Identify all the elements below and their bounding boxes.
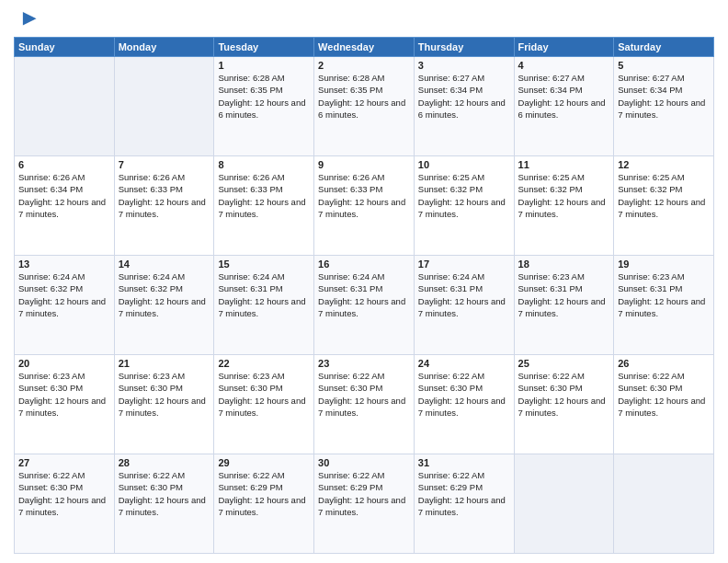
- logo-icon: [17, 9, 38, 29]
- day-number: 24: [418, 358, 510, 369]
- day-info: Sunrise: 6:22 AMSunset: 6:30 PMDaylight:…: [18, 469, 110, 518]
- day-number: 17: [418, 259, 510, 270]
- day-info: Sunrise: 6:22 AMSunset: 6:30 PMDaylight:…: [318, 370, 410, 419]
- day-info: Sunrise: 6:26 AMSunset: 6:34 PMDaylight:…: [18, 171, 110, 220]
- day-number: 6: [18, 159, 110, 170]
- calendar-day-cell: 17Sunrise: 6:24 AMSunset: 6:31 PMDayligh…: [414, 256, 514, 355]
- day-info: Sunrise: 6:23 AMSunset: 6:31 PMDaylight:…: [518, 270, 610, 319]
- weekday-header: Sunday: [15, 38, 115, 57]
- day-number: 18: [518, 259, 610, 270]
- calendar-day-cell: [114, 57, 214, 156]
- day-number: 25: [518, 358, 610, 369]
- day-info: Sunrise: 6:25 AMSunset: 6:32 PMDaylight:…: [518, 171, 610, 220]
- day-info: Sunrise: 6:24 AMSunset: 6:32 PMDaylight:…: [18, 270, 110, 319]
- day-number: 11: [518, 159, 610, 170]
- day-number: 9: [318, 159, 410, 170]
- day-info: Sunrise: 6:27 AMSunset: 6:34 PMDaylight:…: [418, 72, 510, 121]
- day-number: 7: [119, 159, 210, 170]
- day-number: 10: [418, 159, 510, 170]
- calendar-day-cell: 29Sunrise: 6:22 AMSunset: 6:29 PMDayligh…: [214, 454, 314, 554]
- day-info: Sunrise: 6:24 AMSunset: 6:32 PMDaylight:…: [119, 270, 210, 319]
- day-info: Sunrise: 6:23 AMSunset: 6:30 PMDaylight:…: [119, 370, 210, 419]
- day-number: 4: [518, 60, 610, 71]
- calendar-day-cell: 2Sunrise: 6:28 AMSunset: 6:35 PMDaylight…: [314, 57, 415, 156]
- weekday-header: Monday: [114, 38, 214, 57]
- day-number: 26: [618, 358, 710, 369]
- calendar-day-cell: 15Sunrise: 6:24 AMSunset: 6:31 PMDayligh…: [214, 256, 314, 355]
- calendar-day-cell: 19Sunrise: 6:23 AMSunset: 6:31 PMDayligh…: [614, 256, 714, 355]
- calendar-day-cell: 7Sunrise: 6:26 AMSunset: 6:33 PMDaylight…: [114, 156, 214, 256]
- calendar-day-cell: 30Sunrise: 6:22 AMSunset: 6:29 PMDayligh…: [314, 454, 415, 554]
- weekday-row: SundayMondayTuesdayWednesdayThursdayFrid…: [15, 38, 714, 57]
- day-number: 27: [18, 457, 110, 468]
- weekday-header: Saturday: [614, 38, 714, 57]
- day-number: 3: [418, 60, 510, 71]
- day-info: Sunrise: 6:23 AMSunset: 6:30 PMDaylight:…: [18, 370, 110, 419]
- weekday-header: Wednesday: [314, 38, 415, 57]
- calendar-day-cell: 26Sunrise: 6:22 AMSunset: 6:30 PMDayligh…: [614, 355, 714, 454]
- day-info: Sunrise: 6:28 AMSunset: 6:35 PMDaylight:…: [218, 72, 310, 121]
- calendar-day-cell: 22Sunrise: 6:23 AMSunset: 6:30 PMDayligh…: [214, 355, 314, 454]
- day-info: Sunrise: 6:28 AMSunset: 6:35 PMDaylight:…: [318, 72, 410, 121]
- day-number: 8: [218, 159, 310, 170]
- calendar-day-cell: 12Sunrise: 6:25 AMSunset: 6:32 PMDayligh…: [614, 156, 714, 256]
- calendar-day-cell: 4Sunrise: 6:27 AMSunset: 6:34 PMDaylight…: [514, 57, 614, 156]
- calendar-day-cell: 11Sunrise: 6:25 AMSunset: 6:32 PMDayligh…: [514, 156, 614, 256]
- calendar-day-cell: 14Sunrise: 6:24 AMSunset: 6:32 PMDayligh…: [114, 256, 214, 355]
- calendar-day-cell: 3Sunrise: 6:27 AMSunset: 6:34 PMDaylight…: [414, 57, 514, 156]
- day-info: Sunrise: 6:24 AMSunset: 6:31 PMDaylight:…: [418, 270, 510, 319]
- day-info: Sunrise: 6:25 AMSunset: 6:32 PMDaylight:…: [418, 171, 510, 220]
- calendar-day-cell: 13Sunrise: 6:24 AMSunset: 6:32 PMDayligh…: [15, 256, 115, 355]
- day-number: 5: [618, 60, 710, 71]
- calendar-day-cell: 23Sunrise: 6:22 AMSunset: 6:30 PMDayligh…: [314, 355, 415, 454]
- day-info: Sunrise: 6:22 AMSunset: 6:29 PMDaylight:…: [318, 469, 410, 518]
- day-number: 19: [618, 259, 710, 270]
- calendar-day-cell: 31Sunrise: 6:22 AMSunset: 6:29 PMDayligh…: [414, 454, 514, 554]
- day-info: Sunrise: 6:22 AMSunset: 6:30 PMDaylight:…: [119, 469, 210, 518]
- calendar-table: SundayMondayTuesdayWednesdayThursdayFrid…: [14, 37, 714, 554]
- day-number: 28: [119, 457, 210, 468]
- calendar-body: 1Sunrise: 6:28 AMSunset: 6:35 PMDaylight…: [15, 57, 714, 554]
- day-number: 16: [318, 259, 410, 270]
- day-info: Sunrise: 6:22 AMSunset: 6:30 PMDaylight:…: [418, 370, 510, 419]
- day-number: 22: [218, 358, 310, 369]
- page: SundayMondayTuesdayWednesdayThursdayFrid…: [0, 0, 728, 563]
- day-number: 21: [119, 358, 210, 369]
- day-info: Sunrise: 6:22 AMSunset: 6:30 PMDaylight:…: [518, 370, 610, 419]
- day-info: Sunrise: 6:22 AMSunset: 6:29 PMDaylight:…: [218, 469, 310, 518]
- weekday-header: Friday: [514, 38, 614, 57]
- calendar-week-row: 13Sunrise: 6:24 AMSunset: 6:32 PMDayligh…: [15, 256, 714, 355]
- header: [14, 9, 714, 29]
- calendar-day-cell: [514, 454, 614, 554]
- calendar-week-row: 27Sunrise: 6:22 AMSunset: 6:30 PMDayligh…: [15, 454, 714, 554]
- calendar-day-cell: 9Sunrise: 6:26 AMSunset: 6:33 PMDaylight…: [314, 156, 415, 256]
- weekday-header: Tuesday: [214, 38, 314, 57]
- day-info: Sunrise: 6:27 AMSunset: 6:34 PMDaylight:…: [518, 72, 610, 121]
- day-number: 12: [618, 159, 710, 170]
- calendar-week-row: 20Sunrise: 6:23 AMSunset: 6:30 PMDayligh…: [15, 355, 714, 454]
- day-number: 23: [318, 358, 410, 369]
- day-info: Sunrise: 6:26 AMSunset: 6:33 PMDaylight:…: [218, 171, 310, 220]
- day-info: Sunrise: 6:22 AMSunset: 6:29 PMDaylight:…: [418, 469, 510, 518]
- day-number: 20: [18, 358, 110, 369]
- day-number: 2: [318, 60, 410, 71]
- svg-marker-0: [23, 12, 37, 26]
- calendar-day-cell: 10Sunrise: 6:25 AMSunset: 6:32 PMDayligh…: [414, 156, 514, 256]
- day-info: Sunrise: 6:27 AMSunset: 6:34 PMDaylight:…: [618, 72, 710, 121]
- calendar-day-cell: [15, 57, 115, 156]
- calendar-week-row: 6Sunrise: 6:26 AMSunset: 6:34 PMDaylight…: [15, 156, 714, 256]
- calendar-day-cell: 24Sunrise: 6:22 AMSunset: 6:30 PMDayligh…: [414, 355, 514, 454]
- calendar-day-cell: 6Sunrise: 6:26 AMSunset: 6:34 PMDaylight…: [15, 156, 115, 256]
- day-info: Sunrise: 6:23 AMSunset: 6:30 PMDaylight:…: [218, 370, 310, 419]
- calendar-day-cell: 28Sunrise: 6:22 AMSunset: 6:30 PMDayligh…: [114, 454, 214, 554]
- calendar-day-cell: 1Sunrise: 6:28 AMSunset: 6:35 PMDaylight…: [214, 57, 314, 156]
- calendar-day-cell: 20Sunrise: 6:23 AMSunset: 6:30 PMDayligh…: [15, 355, 115, 454]
- calendar-day-cell: 8Sunrise: 6:26 AMSunset: 6:33 PMDaylight…: [214, 156, 314, 256]
- calendar-day-cell: [614, 454, 714, 554]
- calendar-day-cell: 27Sunrise: 6:22 AMSunset: 6:30 PMDayligh…: [15, 454, 115, 554]
- day-number: 14: [119, 259, 210, 270]
- day-number: 13: [18, 259, 110, 270]
- day-number: 30: [318, 457, 410, 468]
- day-info: Sunrise: 6:24 AMSunset: 6:31 PMDaylight:…: [318, 270, 410, 319]
- calendar-day-cell: 16Sunrise: 6:24 AMSunset: 6:31 PMDayligh…: [314, 256, 415, 355]
